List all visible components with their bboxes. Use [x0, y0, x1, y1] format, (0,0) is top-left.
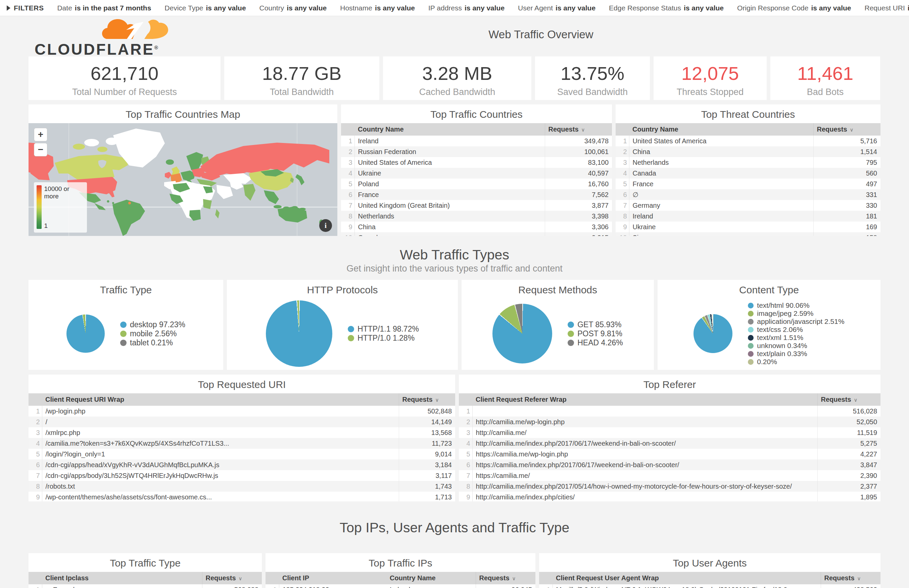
- map-zoom-in-button[interactable]: +: [34, 128, 47, 141]
- filters-toggle[interactable]: FILTERS: [7, 4, 44, 12]
- country-cell[interactable]: Ukraine: [629, 221, 813, 232]
- filter-pill[interactable]: Country is any value: [260, 4, 327, 12]
- referer-cell[interactable]: http://camilia.me/index.php/2017/05/14/h…: [472, 481, 817, 492]
- table-row[interactable]: 5 https://camilia.me/wp-login.php 4,227: [459, 449, 880, 459]
- table-row[interactable]: 10 Canada 3,215: [341, 232, 612, 236]
- country-cell[interactable]: Poland: [354, 179, 545, 189]
- column-header-country[interactable]: Country Name: [629, 123, 813, 136]
- table-row[interactable]: 7 Germany 330: [616, 200, 880, 211]
- table-row[interactable]: 7 https://camilia.me/ 2,390: [459, 470, 880, 481]
- table-row[interactable]: 7 /cdn-cgi/apps/body/3Lh52SjWTQ4HRlErJyk…: [29, 470, 455, 481]
- requests-cell[interactable]: 169: [813, 221, 880, 232]
- request-methods-pie-chart[interactable]: [492, 304, 552, 363]
- legend-item[interactable]: HEAD 4.26%: [568, 338, 623, 347]
- table-row[interactable]: 1 185.234.218.33 Ireland 96,945: [265, 584, 535, 588]
- legend-item[interactable]: text/css 2.06%: [748, 326, 844, 334]
- column-header-requests[interactable]: Requests: [202, 572, 262, 584]
- country-cell[interactable]: China: [629, 146, 813, 157]
- column-header-requests[interactable]: Requests: [399, 393, 455, 406]
- column-header-ipclass[interactable]: Client Ipclass: [42, 572, 202, 584]
- country-cell[interactable]: Ukraine: [354, 168, 545, 179]
- table-row[interactable]: 1 Ireland 349,478: [341, 136, 612, 146]
- requests-cell[interactable]: 4,227: [817, 449, 880, 459]
- requests-cell[interactable]: 9,014: [399, 449, 455, 459]
- uri-cell[interactable]: /cdn-cgi/apps/body/3Lh52SjWTQ4HRlErJykHq…: [42, 470, 399, 481]
- country-cell[interactable]: France: [629, 179, 813, 189]
- table-row[interactable]: 6 https://camilia.me/index.php/2017/06/1…: [459, 459, 880, 470]
- uri-cell[interactable]: /robots.txt: [42, 481, 399, 492]
- table-row[interactable]: 5 Poland 16,760: [341, 179, 612, 189]
- requests-cell[interactable]: 516,028: [817, 406, 880, 417]
- requests-cell[interactable]: 13,568: [399, 427, 455, 438]
- legend-item[interactable]: text/xml 1.51%: [748, 334, 844, 342]
- filter-pill[interactable]: Date is in the past 7 months: [57, 4, 151, 12]
- table-row[interactable]: 10 Singapore 158: [616, 232, 880, 236]
- user-agent-cell[interactable]: Mozilla/5.0 (Windows NT 6.1; WOW64; rv:1…: [552, 584, 821, 588]
- requests-cell[interactable]: 3,877: [545, 200, 612, 211]
- requests-cell[interactable]: 5,716: [813, 136, 880, 146]
- country-cell[interactable]: France: [354, 189, 545, 200]
- table-row[interactable]: 8 /robots.txt 1,743: [29, 481, 455, 492]
- legend-item[interactable]: GET 85.93%: [568, 320, 623, 329]
- table-row[interactable]: 8 http://camilia.me/index.php/2017/05/14…: [459, 481, 880, 492]
- uri-cell[interactable]: /: [42, 417, 399, 427]
- legend-item[interactable]: application/javascript 2.51%: [748, 318, 844, 326]
- country-cell[interactable]: Germany: [629, 200, 813, 211]
- requests-cell[interactable]: 11,519: [817, 427, 880, 438]
- column-header-requests[interactable]: Requests: [545, 123, 612, 136]
- table-row[interactable]: 5 France 497: [616, 179, 880, 189]
- requests-cell[interactable]: 1,514: [813, 146, 880, 157]
- requests-cell[interactable]: 3,306: [545, 221, 612, 232]
- uri-cell[interactable]: /wp-content/themes/ashe/assets/css/font-…: [42, 492, 399, 501]
- requests-cell[interactable]: 52,050: [817, 417, 880, 427]
- filter-pill[interactable]: Device Type is any value: [165, 4, 246, 12]
- table-row[interactable]: 2 http://camilia.me/wp-login.php 52,050: [459, 417, 880, 427]
- client-ip-cell[interactable]: 185.234.218.33: [279, 584, 386, 588]
- map-zoom-out-button[interactable]: −: [34, 143, 47, 157]
- filter-pill[interactable]: Hostname is any value: [340, 4, 415, 12]
- table-row[interactable]: 8 Netherlands 3,398: [341, 211, 612, 221]
- referer-cell[interactable]: http://camilia.me/: [472, 427, 817, 438]
- table-row[interactable]: 9 China 3,306: [341, 221, 612, 232]
- requests-cell[interactable]: 568,088: [202, 584, 262, 588]
- table-row[interactable]: 6 ∅ 331: [616, 189, 880, 200]
- table-row[interactable]: 3 United States of America 83,100: [341, 157, 612, 168]
- legend-item[interactable]: mobile 2.56%: [120, 329, 185, 338]
- legend-item[interactable]: tablet 0.21%: [120, 338, 185, 347]
- filter-pill[interactable]: Edge Response Status is any value: [609, 4, 724, 12]
- requests-cell[interactable]: 3,398: [545, 211, 612, 221]
- legend-item[interactable]: image/jpeg 2.59%: [748, 309, 844, 318]
- table-row[interactable]: 8 Ireland 181: [616, 211, 880, 221]
- country-cell[interactable]: Ireland: [386, 584, 476, 588]
- requests-cell[interactable]: 7,562: [545, 189, 612, 200]
- requests-cell[interactable]: 14,149: [399, 417, 455, 427]
- country-cell[interactable]: Singapore: [629, 232, 813, 236]
- requests-cell[interactable]: 795: [813, 157, 880, 168]
- requests-cell[interactable]: 40,597: [545, 168, 612, 179]
- table-row[interactable]: 2 China 1,514: [616, 146, 880, 157]
- requests-cell[interactable]: 3,117: [399, 470, 455, 481]
- requests-cell[interactable]: 96,945: [476, 584, 535, 588]
- column-header-user-agent[interactable]: Client Request User Agent Wrap: [552, 572, 821, 584]
- column-header-client-ip[interactable]: Client IP: [279, 572, 386, 584]
- requests-cell[interactable]: 83,100: [545, 157, 612, 168]
- table-row[interactable]: 3 /xmlrpc.php 13,568: [29, 427, 455, 438]
- referer-cell[interactable]: http://camilia.me/index.php/2017/06/17/w…: [472, 438, 817, 449]
- requests-cell[interactable]: 181: [813, 211, 880, 221]
- referer-cell[interactable]: https://camilia.me/index.php/2017/06/17/…: [472, 459, 817, 470]
- legend-item[interactable]: desktop 97.23%: [120, 320, 185, 329]
- requests-cell[interactable]: 100,061: [545, 146, 612, 157]
- country-cell[interactable]: Canada: [354, 232, 545, 236]
- country-cell[interactable]: Ireland: [354, 136, 545, 146]
- table-row[interactable]: 2 Russian Federation 100,061: [341, 146, 612, 157]
- legend-item[interactable]: HTTP/1.1 98.72%: [348, 325, 419, 334]
- referer-cell[interactable]: [472, 406, 817, 417]
- referer-cell[interactable]: https://camilia.me/: [472, 470, 817, 481]
- filter-pill[interactable]: Origin Response Code is any value: [737, 4, 851, 12]
- requests-cell[interactable]: 5,275: [817, 438, 880, 449]
- table-row[interactable]: 4 Canada 560: [616, 168, 880, 179]
- table-row[interactable]: 3 http://camilia.me/ 11,519: [459, 427, 880, 438]
- country-cell[interactable]: United Kingdom (Great Britain): [354, 200, 545, 211]
- column-header-country[interactable]: Country Name: [386, 572, 476, 584]
- legend-item[interactable]: HTTP/1.0 1.28%: [348, 334, 419, 342]
